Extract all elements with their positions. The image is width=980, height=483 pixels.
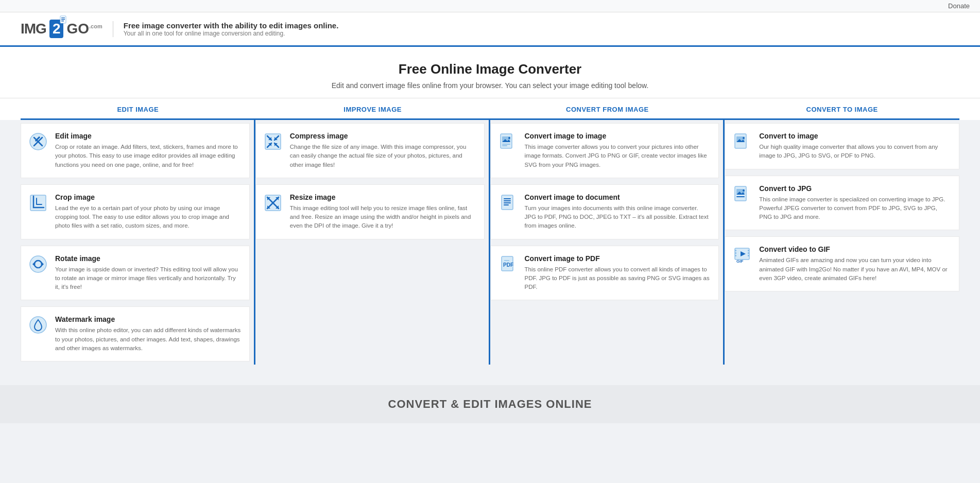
convert-to-document-icon — [498, 193, 518, 213]
card-convert-to-jpg[interactable]: Convert to JPG This online image convert… — [725, 176, 959, 231]
compress-image-desc: Change the file size of any image. With … — [290, 143, 476, 169]
main-content: Edit image Crop or rotate an image. Add … — [0, 120, 980, 380]
card-resize-image[interactable]: Resize image This image editing tool wil… — [255, 184, 485, 239]
svg-text:PDF: PDF — [503, 262, 513, 268]
top-bar: Donate — [0, 0, 980, 12]
convert-to-document-desc: Turn your images into documents with thi… — [525, 204, 711, 231]
svg-point-9 — [30, 256, 46, 272]
convert-to-pdf-content: Convert image to PDF This online PDF con… — [525, 254, 711, 292]
convert-to-pdf-desc: This online PDF converter allows you to … — [525, 265, 711, 292]
columns-header: EDIT IMAGE IMPROVE IMAGE CONVERT FROM IM… — [0, 98, 980, 120]
convert-to-pdf-title: Convert image to PDF — [525, 254, 711, 263]
card-compress-image[interactable]: Compress image Change the file size of a… — [255, 123, 485, 178]
watermark-image-desc: With this online photo editor, you can a… — [55, 326, 241, 353]
convert-to-image-content: Convert image to image This image conver… — [525, 132, 711, 169]
svg-rect-50 — [736, 196, 745, 197]
logo[interactable]: IMG 2 GO.com — [21, 20, 102, 38]
convert-video-gif-desc: Animated GIFs are amazing and now you ca… — [759, 256, 951, 283]
header-tagline: Free image converter with the ability to… — [113, 21, 339, 37]
card-rotate-image[interactable]: Rotate image Your image is upside down o… — [21, 246, 250, 301]
convert-to-document-content: Convert image to document Turn your imag… — [525, 193, 711, 231]
convert-to-img-title: Convert to image — [759, 132, 951, 140]
card-convert-to-img[interactable]: Convert to image Our high quality image … — [725, 123, 959, 169]
convert-video-gif-title: Convert video to GIF — [759, 245, 951, 253]
convert-video-gif-content: Convert video to GIF Animated GIFs are a… — [759, 245, 951, 283]
edit-image-title: Edit image — [55, 132, 241, 140]
svg-rect-33 — [502, 144, 510, 145]
svg-point-49 — [743, 189, 745, 192]
col-header-improve: IMPROVE IMAGE — [255, 106, 490, 120]
svg-rect-34 — [502, 145, 507, 146]
watermark-image-icon — [28, 315, 48, 335]
header: IMG 2 GO.com Free image converter with t… — [0, 12, 980, 47]
logo-2: 2 — [49, 20, 64, 38]
edit-image-desc: Crop or rotate an image. Add filters, te… — [55, 143, 241, 169]
col-header-edit: EDIT IMAGE — [21, 106, 255, 120]
convert-to-image-icon — [498, 132, 518, 151]
resize-image-content: Resize image This image editing tool wil… — [290, 193, 476, 231]
edit-image-icon — [28, 132, 48, 151]
svg-rect-3 — [61, 21, 64, 22]
convert-to-jpg-desc: This online image converter is specializ… — [759, 195, 951, 222]
convert-video-gif-icon: GIF — [732, 245, 752, 265]
convert-to-img-content: Convert to image Our high quality image … — [759, 132, 951, 161]
svg-rect-36 — [504, 198, 511, 199]
compress-image-content: Compress image Change the file size of a… — [290, 132, 476, 169]
convert-to-pdf-icon: PDF — [498, 254, 518, 274]
improve-image-column: Compress image Change the file size of a… — [255, 120, 490, 365]
svg-point-32 — [508, 137, 510, 139]
convert-to-document-title: Convert image to document — [525, 193, 711, 201]
resize-image-desc: This image editing tool will help you to… — [290, 204, 476, 231]
svg-rect-1 — [61, 18, 65, 19]
col-header-convert-from: CONVERT FROM IMAGE — [490, 106, 725, 120]
svg-rect-39 — [504, 204, 509, 205]
rotate-image-title: Rotate image — [55, 254, 241, 263]
hero-section: Free Online Image Converter Edit and con… — [0, 47, 980, 98]
watermark-image-content: Watermark image With this online photo e… — [55, 315, 241, 353]
convert-to-jpg-title: Convert to JPG — [759, 184, 951, 193]
card-convert-to-document[interactable]: Convert image to document Turn your imag… — [490, 184, 719, 239]
svg-rect-37 — [504, 200, 511, 201]
resize-image-title: Resize image — [290, 193, 476, 201]
svg-rect-54 — [735, 255, 736, 256]
svg-rect-55 — [748, 250, 749, 251]
convert-to-img-desc: Our high quality image converter that al… — [759, 143, 951, 161]
donate-link[interactable]: Donate — [948, 2, 970, 10]
card-edit-image[interactable]: Edit image Crop or rotate an image. Add … — [21, 123, 250, 178]
card-crop-image[interactable]: Crop image Lead the eye to a certain par… — [21, 184, 250, 239]
svg-rect-2 — [61, 19, 65, 20]
svg-rect-38 — [504, 202, 511, 203]
convert-from-column: Convert image to image This image conver… — [490, 120, 725, 365]
convert-to-image-desc: This image converter allows you to conve… — [525, 143, 711, 169]
hero-title: Free Online Image Converter — [10, 61, 970, 77]
footer-label: CONVERT & EDIT IMAGES ONLINE — [0, 385, 980, 423]
rotate-image-desc: Your image is upside down or inverted? T… — [55, 265, 241, 292]
rotate-image-content: Rotate image Your image is upside down o… — [55, 254, 241, 292]
hero-subtitle: Edit and convert image files online from… — [10, 81, 970, 90]
compress-image-icon — [263, 132, 283, 151]
convert-to-image-title: Convert image to image — [525, 132, 711, 140]
grid-container: Edit image Crop or rotate an image. Add … — [21, 120, 959, 365]
svg-rect-52 — [735, 250, 736, 251]
crop-image-icon — [28, 193, 48, 213]
logo-img: IMG — [21, 21, 46, 37]
svg-rect-53 — [735, 252, 736, 254]
convert-to-jpg-icon — [732, 184, 752, 204]
svg-point-45 — [743, 137, 745, 139]
rotate-image-icon — [28, 254, 48, 274]
crop-image-title: Crop image — [55, 193, 241, 201]
col-header-convert-to: CONVERT TO IMAGE — [725, 106, 959, 120]
convert-to-jpg-content: Convert to JPG This online image convert… — [759, 184, 951, 222]
crop-image-desc: Lead the eye to a certain part of your p… — [55, 204, 241, 231]
edit-image-column: Edit image Crop or rotate an image. Add … — [21, 120, 255, 365]
compress-image-title: Compress image — [290, 132, 476, 140]
card-convert-to-pdf[interactable]: PDF Convert image to PDF This online PDF… — [490, 246, 719, 301]
card-convert-video-gif[interactable]: GIF Convert video to GIF Animated GIFs a… — [725, 236, 959, 291]
card-watermark-image[interactable]: Watermark image With this online photo e… — [21, 306, 250, 361]
edit-image-content: Edit image Crop or rotate an image. Add … — [55, 132, 241, 169]
card-convert-to-image[interactable]: Convert image to image This image conver… — [490, 123, 719, 178]
svg-rect-56 — [748, 252, 749, 254]
logo-com: .com — [89, 23, 102, 29]
crop-image-content: Crop image Lead the eye to a certain par… — [55, 193, 241, 231]
convert-to-img-icon — [732, 132, 752, 151]
